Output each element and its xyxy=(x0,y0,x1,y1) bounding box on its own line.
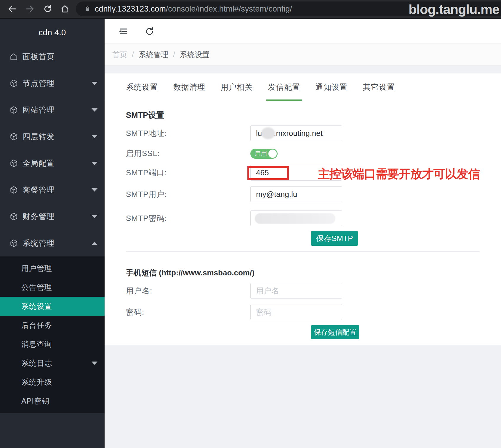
sidebar-item-label: 面板首页 xyxy=(23,52,55,62)
sidebar-item-nodes[interactable]: 节点管理 xyxy=(0,70,105,97)
smtp-ssl-label: 启用SSL: xyxy=(126,148,250,159)
sidebar-item-finance[interactable]: 财务管理 xyxy=(0,203,105,230)
app-title: cdn 4.0 xyxy=(0,19,105,38)
breadcrumb: 首页 / 系统管理 / 系统设置 xyxy=(105,44,501,66)
smtp-ssl-row: 启用SSL: 启用 xyxy=(126,148,480,159)
submenu-item-background-tasks[interactable]: 后台任务 xyxy=(0,316,105,335)
redaction-blur xyxy=(255,213,335,224)
sms-password-label: 密码: xyxy=(126,307,250,317)
browser-back-icon[interactable] xyxy=(7,4,17,14)
submenu-item-label: 消息查询 xyxy=(21,339,52,349)
smtp-address-input[interactable]: lu.mxrouting.net xyxy=(250,125,342,141)
breadcrumb-home[interactable]: 首页 xyxy=(112,50,127,60)
sidebar-item-label: 节点管理 xyxy=(23,78,55,89)
ssl-toggle-knob xyxy=(268,150,277,158)
section-divider xyxy=(126,251,480,252)
tab-mail-config[interactable]: 发信配置 xyxy=(268,73,300,101)
save-smtp-button[interactable]: 保存SMTP xyxy=(311,231,358,246)
sms-password-input[interactable]: 密码 xyxy=(250,304,342,320)
cube-icon xyxy=(10,186,18,194)
url-host: cdnfly.1323123.com xyxy=(95,4,166,14)
tab-other-settings[interactable]: 其它设置 xyxy=(363,73,395,101)
smtp-user-input[interactable]: my@tang.lu xyxy=(250,186,342,202)
tab-data-cleanup[interactable]: 数据清理 xyxy=(173,73,205,101)
chevron-down-icon xyxy=(92,135,97,138)
sidebar-item-label: 网站管理 xyxy=(23,105,55,115)
browser-forward-icon[interactable] xyxy=(25,4,35,14)
ssl-toggle[interactable]: 启用 xyxy=(250,149,278,159)
chevron-down-icon xyxy=(92,215,97,218)
mail-config-form: SMTP设置 SMTP地址: lu.mxrouting.net 启用SSL: 启… xyxy=(105,110,501,339)
refresh-page-icon[interactable] xyxy=(144,26,155,37)
sms-password-row: 密码: 密码 xyxy=(126,304,480,320)
smtp-section-title: SMTP设置 xyxy=(126,110,480,121)
cube-icon xyxy=(10,239,18,247)
sms-save-row: 保存短信配置 xyxy=(126,325,480,339)
smtp-password-row: SMTP密码: xyxy=(126,210,480,226)
submenu-item-label: 后台任务 xyxy=(21,320,52,330)
annotation-highlight-box xyxy=(247,166,289,180)
chevron-down-icon xyxy=(92,82,97,85)
cube-icon xyxy=(10,79,18,87)
settings-tabs: 系统设置 数据清理 用户相关 发信配置 通知设置 其它设置 xyxy=(105,73,501,101)
smtp-user-label: SMTP用户: xyxy=(126,189,250,200)
save-sms-config-button[interactable]: 保存短信配置 xyxy=(311,325,359,339)
cube-icon xyxy=(10,159,18,167)
sms-username-input[interactable]: 用户名 xyxy=(250,283,342,299)
tab-system-settings[interactable]: 系统设置 xyxy=(126,73,158,101)
browser-home-icon[interactable] xyxy=(60,4,70,14)
main-content: 首页 / 系统管理 / 系统设置 系统设置 数据清理 用户相关 发信配置 通知设… xyxy=(105,19,501,448)
breadcrumb-separator: / xyxy=(173,50,175,59)
sms-section-title: 手机短信 (http://www.smsbao.com/) xyxy=(126,268,480,278)
smtp-address-label: SMTP地址: xyxy=(126,128,250,139)
sidebar-item-global-config[interactable]: 全局配置 xyxy=(0,150,105,176)
submenu-item-announcements[interactable]: 公告管理 xyxy=(0,278,105,297)
sidebar-item-label: 套餐管理 xyxy=(23,185,55,195)
settings-card: 系统设置 数据清理 用户相关 发信配置 通知设置 其它设置 SMTP设置 SMT… xyxy=(105,73,501,345)
sidebar-menu: 面板首页 节点管理 网站管理 四层转发 全局配 xyxy=(0,43,105,256)
cube-icon xyxy=(10,106,18,114)
tab-notification-settings[interactable]: 通知设置 xyxy=(316,73,348,101)
submenu-item-message-query[interactable]: 消息查询 xyxy=(0,335,105,354)
sidebar-item-plans[interactable]: 套餐管理 xyxy=(0,176,105,203)
submenu-item-system-settings[interactable]: 系统设置 xyxy=(0,297,105,316)
url-path: /console/index.html#/system/config/ xyxy=(166,4,292,14)
smtp-password-label: SMTP密码: xyxy=(126,213,250,224)
watermark: blog.tanglu.me xyxy=(409,1,499,18)
submenu-item-label: 系统日志 xyxy=(21,358,52,368)
submenu-item-system-logs[interactable]: 系统日志 xyxy=(0,354,105,372)
sidebar-item-dashboard[interactable]: 面板首页 xyxy=(0,43,105,70)
content-toolbar xyxy=(105,19,501,44)
cube-icon xyxy=(10,133,18,141)
sidebar-item-system[interactable]: 系统管理 xyxy=(0,230,105,256)
sidebar-item-websites[interactable]: 网站管理 xyxy=(0,97,105,123)
sidebar-item-layer4[interactable]: 四层转发 xyxy=(0,123,105,150)
sidebar-submenu-system: 用户管理 公告管理 系统设置 后台任务 消息查询 系统日志 系统升级 API密钥 xyxy=(0,256,105,413)
breadcrumb-system[interactable]: 系统管理 xyxy=(139,50,168,60)
smtp-save-row: 保存SMTP xyxy=(126,231,480,246)
submenu-item-label: 用户管理 xyxy=(21,264,52,273)
smtp-password-input[interactable] xyxy=(250,210,342,226)
browser-reload-icon[interactable] xyxy=(43,4,53,14)
annotation-text: 主控该端口需要开放才可以发信 xyxy=(318,166,480,182)
submenu-item-label: 公告管理 xyxy=(21,282,52,292)
cube-icon xyxy=(10,213,18,221)
smtp-port-label: SMTP端口: xyxy=(126,168,250,178)
chevron-down-icon xyxy=(92,108,97,112)
tab-user-related[interactable]: 用户相关 xyxy=(221,73,253,101)
sidebar-item-label: 系统管理 xyxy=(23,238,55,248)
submenu-item-label: API密钥 xyxy=(21,396,49,406)
collapse-sidebar-icon[interactable] xyxy=(118,26,128,37)
submenu-item-system-upgrade[interactable]: 系统升级 xyxy=(0,372,105,391)
breadcrumb-current: 系统设置 xyxy=(180,50,209,60)
submenu-item-api-keys[interactable]: API密钥 xyxy=(0,391,105,410)
home-icon xyxy=(10,53,18,61)
submenu-item-label: 系统设置 xyxy=(21,301,52,311)
ssl-toggle-state-text: 启用 xyxy=(254,150,267,158)
submenu-item-label: 系统升级 xyxy=(21,377,52,387)
sidebar: cdn 4.0 面板首页 节点管理 网站管理 四层转发 xyxy=(0,19,105,448)
active-tab-underline xyxy=(266,99,302,101)
sms-username-row: 用户名: 用户名 xyxy=(126,283,480,299)
sidebar-item-label: 四层转发 xyxy=(23,131,55,142)
submenu-item-users[interactable]: 用户管理 xyxy=(0,259,105,278)
